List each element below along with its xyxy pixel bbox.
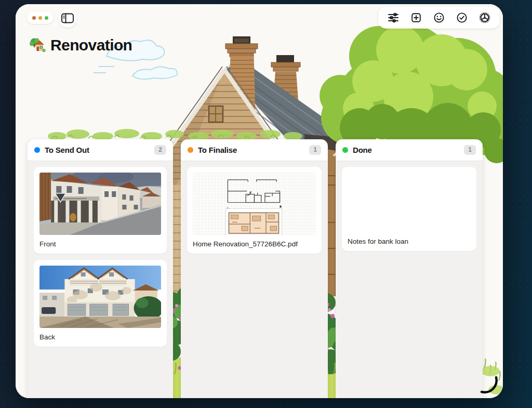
sidebar-toggle-icon: [61, 12, 74, 24]
card-floor-plan-pdf[interactable]: Home Renovation_57726B6C.pdf: [187, 167, 322, 254]
column-body: Home Renovation_57726B6C.pdf: [181, 161, 328, 398]
column-to-send-out: To Send Out 2: [28, 139, 173, 398]
column-status-dot: [342, 147, 348, 153]
column-name: To Send Out: [45, 146, 150, 154]
filter-sliders-icon: [387, 11, 400, 24]
column-count-badge: 2: [154, 145, 166, 155]
column-body: Front: [28, 161, 173, 398]
card-label: Front: [39, 240, 161, 248]
column-header[interactable]: To Finalise 1: [181, 139, 328, 161]
column-done: Done 1 Notes for bank loan: [336, 139, 483, 398]
sidebar-toggle-button[interactable]: [58, 9, 77, 28]
corner-resize-indicator[interactable]: [477, 373, 500, 396]
toolbar: [378, 7, 500, 29]
column-header[interactable]: To Send Out 2: [28, 139, 173, 161]
card-back[interactable]: Back: [34, 260, 167, 347]
add-button[interactable]: [409, 11, 423, 24]
emoji-button[interactable]: [432, 11, 446, 24]
building-back-photo: [39, 266, 161, 328]
column-count-badge: 1: [309, 145, 321, 155]
card-notes-for-bank-loan[interactable]: Notes for bank loan: [342, 167, 476, 251]
column-name: Done: [353, 146, 459, 154]
settings-gear-icon: [478, 11, 491, 24]
tasks-check-button[interactable]: [455, 11, 469, 24]
page-title[interactable]: Renovation: [29, 36, 132, 54]
column-count-badge: 1: [464, 145, 476, 155]
traffic-light-pill: [27, 11, 53, 24]
minimize-window-dot[interactable]: [38, 16, 42, 20]
floor-plan-pdf-preview: [193, 173, 316, 235]
card-label: Back: [39, 333, 161, 341]
house-with-garden-emoji: [29, 37, 46, 53]
column-header[interactable]: Done 1: [336, 139, 483, 161]
settings-button[interactable]: [478, 11, 491, 24]
close-window-dot[interactable]: [32, 16, 36, 20]
column-status-dot: [188, 147, 193, 153]
page-title-text: Renovation: [50, 36, 132, 54]
column-status-dot: [34, 147, 40, 153]
filter-sliders-button[interactable]: [387, 11, 400, 24]
card-label: Home Renovation_57726B6C.pdf: [193, 240, 316, 248]
app-window: Renovation To Send Out 2: [16, 4, 503, 398]
column-body: Notes for bank loan: [336, 161, 483, 398]
street-front-photo: [39, 173, 161, 235]
card-front[interactable]: Front: [34, 167, 167, 254]
column-to-finalise: To Finalise 1: [181, 139, 328, 398]
card-label: Notes for bank loan: [348, 237, 471, 246]
check-circle-icon: [456, 11, 468, 24]
zoom-window-dot[interactable]: [45, 16, 48, 20]
add-icon: [410, 11, 422, 24]
column-name: To Finalise: [198, 146, 304, 154]
emoji-icon: [433, 11, 445, 24]
